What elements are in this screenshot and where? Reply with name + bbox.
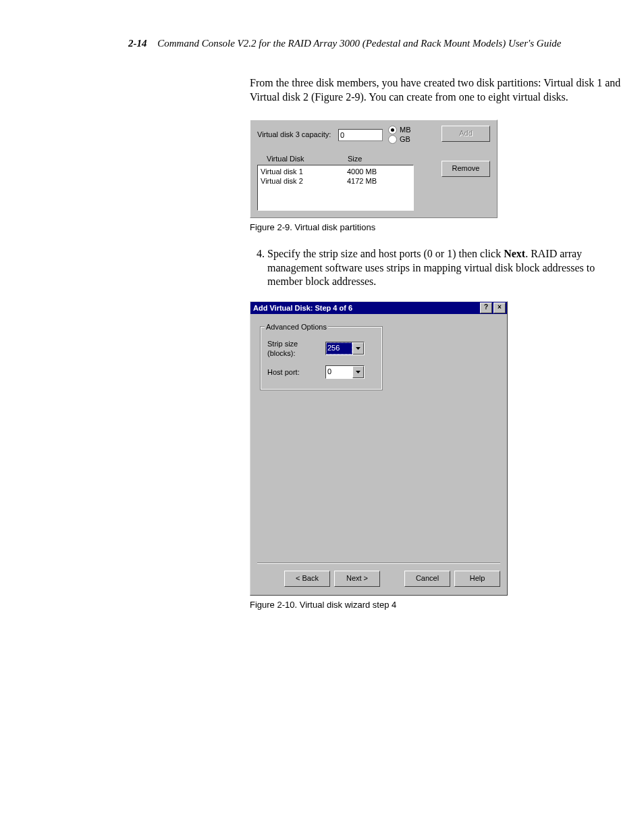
titlebar-close-button[interactable]: ×: [493, 303, 506, 313]
page-header: 2-14 Command Console V2.2 for the RAID A…: [128, 38, 603, 49]
unit-gb-label: GB: [400, 134, 410, 144]
step-4: 4. Specify the strip size and host ports…: [250, 247, 628, 289]
list-item-size: 4000 MB: [347, 167, 377, 176]
host-port-value: 0: [326, 366, 352, 378]
list-item[interactable]: Virtual disk 2 4172 MB: [261, 176, 410, 186]
header-title: Command Console V2.2 for the RAID Array …: [157, 38, 561, 49]
back-button[interactable]: < Back: [284, 571, 330, 587]
svg-marker-1: [356, 371, 360, 373]
titlebar-help-button[interactable]: ?: [480, 303, 492, 313]
figure-2-10-caption: Figure 2-10. Virtual disk wizard step 4: [250, 600, 628, 611]
cancel-button[interactable]: Cancel: [404, 571, 450, 587]
capacity-input[interactable]: [338, 129, 383, 141]
strip-size-combo[interactable]: 256: [325, 342, 365, 355]
step-text-a: Specify the strip size and host ports (0…: [267, 248, 504, 259]
list-item-name: Virtual disk 2: [261, 176, 347, 186]
chevron-down-icon[interactable]: [352, 342, 364, 355]
capacity-label: Virtual disk 3 capacity:: [257, 130, 338, 139]
col-header-size: Size: [348, 154, 362, 163]
virtual-disk-partitions-panel: Virtual disk 3 capacity: MB GB Add Remov…: [250, 120, 498, 218]
unit-mb-label: MB: [400, 125, 411, 134]
figure-2-9-caption: Figure 2-9. Virtual disk partitions: [250, 222, 628, 234]
unit-gb-radio[interactable]: [388, 135, 397, 144]
help-button[interactable]: Help: [454, 571, 500, 587]
list-item-size: 4172 MB: [347, 176, 377, 186]
list-item-name: Virtual disk 1: [261, 167, 347, 176]
advanced-options-group: Advanced Options Strip size (blocks): 25…: [260, 326, 383, 390]
list-item[interactable]: Virtual disk 1 4000 MB: [261, 167, 410, 176]
page-number: 2-14: [128, 38, 147, 49]
col-header-disk: Virtual Disk: [267, 154, 348, 163]
wizard-titlebar: Add Virtual Disk: Step 4 of 6 ? ×: [250, 302, 507, 314]
wizard-dialog: Add Virtual Disk: Step 4 of 6 ? × Advanc…: [250, 301, 508, 596]
strip-size-label: Strip size (blocks):: [267, 339, 325, 359]
remove-button[interactable]: Remove: [441, 161, 490, 177]
host-port-combo[interactable]: 0: [325, 365, 365, 379]
wizard-footer: < Back Next > Cancel Help: [250, 571, 507, 595]
step-number: 4.: [250, 247, 267, 289]
strip-size-value: 256: [326, 342, 352, 355]
wizard-title: Add Virtual Disk: Step 4 of 6: [253, 303, 352, 313]
unit-mb-radio[interactable]: [388, 126, 397, 134]
next-button[interactable]: Next >: [334, 571, 380, 587]
step-text-bold: Next: [504, 248, 525, 259]
separator: [257, 563, 500, 564]
intro-paragraph: From the three disk members, you have cr…: [250, 76, 628, 105]
svg-marker-0: [356, 347, 360, 350]
group-legend: Advanced Options: [265, 322, 328, 332]
virtual-disk-listbox[interactable]: Virtual disk 1 4000 MB Virtual disk 2 41…: [257, 165, 414, 211]
host-port-label: Host port:: [267, 367, 325, 377]
chevron-down-icon[interactable]: [352, 366, 364, 378]
add-button[interactable]: Add: [441, 126, 490, 142]
